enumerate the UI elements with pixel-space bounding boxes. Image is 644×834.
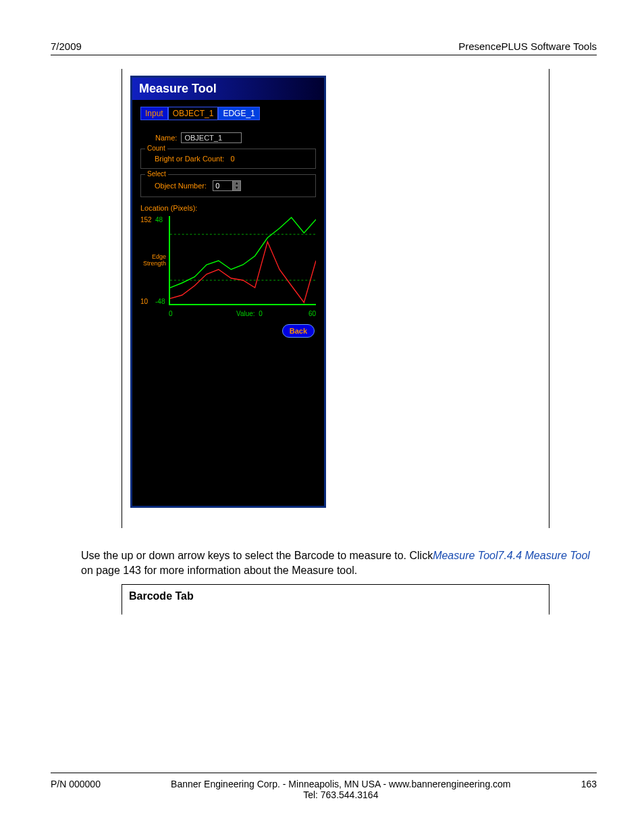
count-legend: Count [145,145,167,152]
value-readout: 0 [259,310,263,317]
location-label: Location (Pixels): [140,204,316,212]
tab-input[interactable]: Input [140,107,168,120]
count-group: Count Bright or Dark Count: 0 [140,149,316,169]
header-date: 7/2009 [51,41,82,52]
figure-container: Measure Tool Input OBJECT_1 EDGE_1 Name:… [122,69,549,528]
page-number: 163 [581,779,597,800]
count-value: 0 [231,155,235,163]
spinner-down-icon[interactable]: ▼ [232,186,240,190]
instruction-text-2: on page 143 for more information about t… [81,565,357,576]
x-min: 0 [169,310,173,317]
instruction-text-1: Use the up or down arrow keys to select … [81,550,433,561]
page-footer: P/N 000000 Banner Engineering Corp. - Mi… [51,773,597,800]
value-label: Value: [236,310,255,317]
select-group: Select Object Number: ▲ ▼ [140,174,316,197]
back-button[interactable]: Back [282,324,315,338]
y-right-max: 48 [155,216,163,224]
spinner-up-icon[interactable]: ▲ [232,181,240,186]
barcode-tab-title: Barcode Tab [129,590,542,602]
x-max: 60 [308,310,316,317]
tab-edge[interactable]: EDGE_1 [218,107,259,120]
barcode-tab-box: Barcode Tab [122,584,549,615]
tab-object[interactable]: OBJECT_1 [168,107,219,120]
part-number: P/N 000000 [51,779,101,800]
y-right-min: -48 [155,298,165,305]
object-number-label: Object Number: [155,182,207,190]
y-left-max: 152 [140,216,152,224]
panel-title: Measure Tool [132,78,324,100]
select-legend: Select [145,170,168,178]
name-label: Name: [155,134,177,142]
instruction-paragraph: Use the up or down arrow keys to select … [81,548,597,577]
name-input[interactable] [181,132,242,143]
tab-bar: Input OBJECT_1 EDGE_1 [140,107,316,120]
plot-area [169,216,316,305]
measure-tool-panel: Measure Tool Input OBJECT_1 EDGE_1 Name:… [130,76,326,508]
count-label: Bright or Dark Count: [155,155,224,163]
header-product: PresencePLUS Software Tools [458,41,597,52]
y-axis-label: EdgeStrength [142,253,166,267]
footer-company: Banner Engineering Corp. - Minneapolis, … [171,779,510,789]
y-left-min: 10 [140,298,148,305]
measure-tool-link[interactable]: Measure Tool7.4.4 Measure Tool [433,550,590,561]
footer-tel: Tel: 763.544.3164 [303,789,378,800]
edge-strength-chart: 152 10 48 -48 EdgeStrength 0 [140,216,316,317]
object-number-input[interactable] [213,181,232,190]
